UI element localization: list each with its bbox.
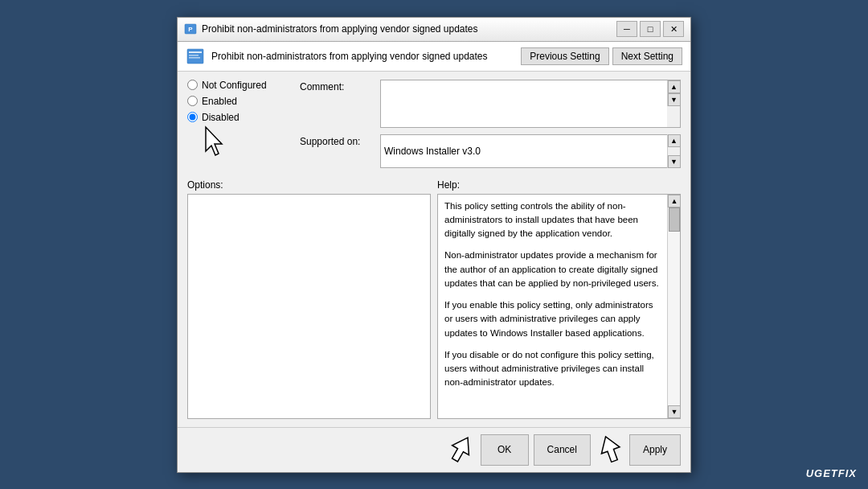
help-box: This policy setting controls the ability… xyxy=(437,194,681,419)
svg-rect-5 xyxy=(189,57,200,59)
not-configured-option[interactable]: Not Configured xyxy=(187,80,292,91)
comment-label: Comment: xyxy=(300,80,380,92)
help-scroll-track xyxy=(668,208,680,405)
supported-scroll-down[interactable]: ▼ xyxy=(668,155,681,168)
header-buttons: Previous Setting Next Setting xyxy=(521,47,682,65)
ok-arrow-icon xyxy=(441,429,481,468)
minimize-button[interactable]: ─ xyxy=(616,21,637,37)
options-panel: Options: xyxy=(187,179,431,419)
header-bar: Prohibit non-administrators from applyin… xyxy=(178,42,690,72)
top-section: Not Configured Enabled Disabled xyxy=(187,80,681,175)
header-title: Prohibit non-administrators from applyin… xyxy=(211,51,514,62)
help-panel: Help: This policy setting controls the a… xyxy=(437,179,681,419)
disabled-radio[interactable] xyxy=(187,112,198,122)
help-scrollbar[interactable]: ▲ ▼ xyxy=(667,195,680,418)
svg-rect-2 xyxy=(187,49,203,64)
svg-rect-4 xyxy=(189,55,199,56)
apply-arrow-icon xyxy=(592,429,628,466)
close-button[interactable]: ✕ xyxy=(663,21,684,37)
main-dialog: P Prohibit non-administrators from apply… xyxy=(177,17,691,473)
comment-row: Comment: ▲ ▼ xyxy=(300,80,681,128)
svg-marker-7 xyxy=(446,433,476,465)
supported-row: Supported on: Windows Installer v3.0 ▲ ▼ xyxy=(300,134,681,168)
help-para-3: If you enable this policy setting, only … xyxy=(444,298,661,340)
options-help-row: Options: Help: This policy setting contr… xyxy=(187,179,681,419)
supported-value: Windows Installer v3.0 xyxy=(381,144,667,158)
disabled-label: Disabled xyxy=(202,112,240,123)
ok-button[interactable]: OK xyxy=(481,434,529,466)
watermark: UGETFIX xyxy=(806,467,857,479)
supported-label: Supported on: xyxy=(300,134,380,147)
next-setting-button[interactable]: Next Setting xyxy=(612,47,682,65)
enabled-radio[interactable] xyxy=(187,96,198,106)
header-icon xyxy=(186,47,205,66)
help-para-2: Non-administrator updates provide a mech… xyxy=(444,249,661,290)
disabled-option[interactable]: Disabled xyxy=(187,112,292,123)
help-label: Help: xyxy=(437,179,681,191)
apply-button[interactable]: Apply xyxy=(629,434,681,466)
svg-rect-3 xyxy=(189,51,202,53)
supported-scrollbar[interactable]: ▲ ▼ xyxy=(667,134,680,168)
maximize-button[interactable]: □ xyxy=(640,21,661,37)
title-bar-left: P Prohibit non-administrators from apply… xyxy=(184,23,478,35)
svg-text:P: P xyxy=(188,26,193,33)
options-box xyxy=(187,194,431,419)
not-configured-radio[interactable] xyxy=(187,80,198,90)
help-text-area: This policy setting controls the ability… xyxy=(438,195,667,418)
dialog-title: Prohibit non-administrators from applyin… xyxy=(202,23,478,35)
dialog-footer: OK Cancel Apply xyxy=(178,427,690,472)
comment-scroll-up[interactable]: ▲ xyxy=(668,80,681,93)
help-scroll-up[interactable]: ▲ xyxy=(668,195,681,208)
title-bar: P Prohibit non-administrators from apply… xyxy=(178,18,690,42)
svg-marker-8 xyxy=(596,433,623,463)
help-scroll-thumb[interactable] xyxy=(669,208,680,232)
previous-setting-button[interactable]: Previous Setting xyxy=(521,47,608,65)
supported-scroll-up[interactable]: ▲ xyxy=(668,134,681,147)
cursor-arrow-disabled xyxy=(199,123,231,159)
svg-marker-6 xyxy=(206,127,222,155)
help-scroll-down[interactable]: ▼ xyxy=(668,405,681,418)
comment-textarea[interactable] xyxy=(381,80,667,127)
title-buttons: ─ □ ✕ xyxy=(616,21,684,37)
dialog-body: Not Configured Enabled Disabled xyxy=(178,72,690,427)
comment-scroll-down[interactable]: ▼ xyxy=(668,93,681,106)
not-configured-label: Not Configured xyxy=(202,80,267,91)
cancel-button[interactable]: Cancel xyxy=(534,434,591,466)
radio-column: Not Configured Enabled Disabled xyxy=(187,80,292,175)
right-forms: Comment: ▲ ▼ Supported on: Windows xyxy=(300,80,681,175)
help-para-1: This policy setting controls the ability… xyxy=(444,199,661,241)
enabled-label: Enabled xyxy=(202,96,237,107)
comment-scrollbar[interactable]: ▲ ▼ xyxy=(667,80,680,106)
dialog-icon: P xyxy=(184,23,197,35)
enabled-option[interactable]: Enabled xyxy=(187,96,292,107)
help-para-4: If you disable or do not configure this … xyxy=(444,348,661,390)
radio-section: Not Configured Enabled Disabled xyxy=(187,80,292,123)
options-label: Options: xyxy=(187,179,431,191)
